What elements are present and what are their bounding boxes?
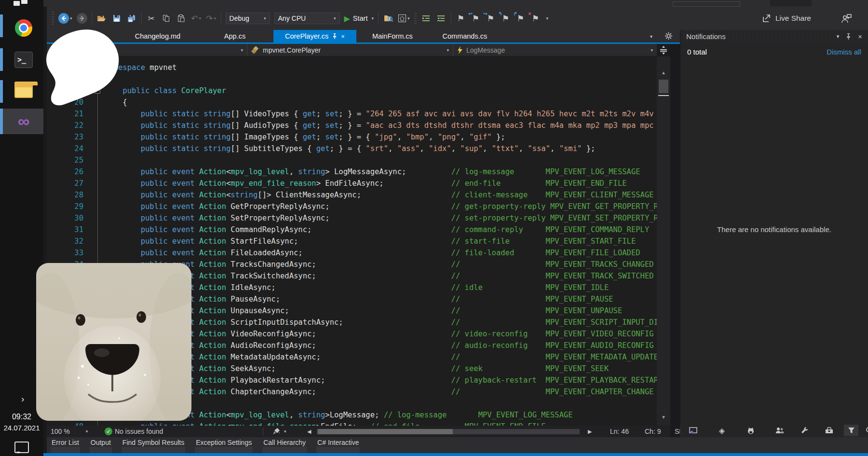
- navigate-back-button[interactable]: ▾: [58, 12, 72, 25]
- cut-button[interactable]: ✂: [146, 12, 157, 25]
- code-line-30[interactable]: 30 public event Action SetPropertyReplyA…: [47, 212, 657, 224]
- increase-indent-button[interactable]: [436, 12, 447, 25]
- solution-platforms-combo[interactable]: Any CPU▾: [274, 13, 340, 24]
- navigate-home-button[interactable]: ▾: [398, 12, 410, 25]
- taskbar-clock: 09:32: [0, 413, 43, 421]
- split-window-handle[interactable]: [657, 44, 670, 56]
- tab-list-dropdown[interactable]: ▾: [650, 34, 652, 39]
- panel-tab-output[interactable]: Output: [90, 437, 112, 453]
- member-dropdown[interactable]: LogMessage▾: [453, 44, 657, 56]
- line-number: 33: [47, 247, 91, 259]
- toolbar-overflow-chevron[interactable]: ▾: [546, 16, 549, 21]
- code-line-20[interactable]: 20 {: [47, 97, 657, 108]
- title-search-box[interactable]: [673, 1, 740, 7]
- editor-horizontal-scrollbar[interactable]: [317, 429, 580, 434]
- open-file-button[interactable]: [96, 12, 107, 25]
- document-health-indicator[interactable]: ✓ No issues found: [105, 426, 163, 437]
- zoom-level-combo[interactable]: 100 %▾: [51, 426, 88, 437]
- code-line-26[interactable]: 26 public event Action<mpv_log_level, st…: [47, 166, 657, 178]
- hscroll-left-arrow[interactable]: ◀: [307, 426, 311, 437]
- start-debugging-button[interactable]: ▶ Start▾: [344, 14, 374, 23]
- line-number: 27: [47, 178, 91, 189]
- document-tab-Commands.cs[interactable]: Commands.cs: [429, 30, 501, 42]
- document-tab-Changelog.md[interactable]: Changelog.md: [119, 30, 196, 42]
- panel-tab-error-list[interactable]: Error List: [51, 437, 80, 453]
- panel-dropdown-icon[interactable]: ▾: [837, 33, 840, 40]
- panel-pin-icon[interactable]: [846, 33, 851, 40]
- people-icon[interactable]: [773, 425, 787, 436]
- wrench-icon[interactable]: [798, 425, 812, 436]
- dismiss-all-link[interactable]: Dismiss all: [827, 48, 861, 56]
- line-number: 30: [47, 212, 91, 224]
- save-all-button[interactable]: [126, 12, 137, 25]
- copy-button[interactable]: [161, 12, 172, 25]
- previous-bookmark-in-folder-button[interactable]: ↰⚑: [501, 12, 511, 25]
- document-tab-MainForm.cs[interactable]: MainForm.cs: [356, 30, 429, 42]
- funnel-icon[interactable]: [844, 425, 858, 436]
- undo-button[interactable]: ↶▾: [191, 12, 202, 25]
- next-bookmark-in-folder-button[interactable]: ↱⚑: [515, 12, 526, 25]
- document-tab-App.cs[interactable]: App.cs: [196, 30, 273, 42]
- panel-close-icon[interactable]: ×: [858, 32, 862, 41]
- horizontal-scroll-thumb[interactable]: [318, 429, 453, 434]
- code-cleanup-button[interactable]: ▾: [272, 426, 286, 437]
- github-octocat-icon[interactable]: [744, 425, 758, 436]
- code-line-32[interactable]: 32 public event Action StartFileAsync; /…: [47, 235, 657, 247]
- code-line-21[interactable]: 21 public static string[] VideoTypes { g…: [47, 108, 657, 120]
- hscroll-right-arrow[interactable]: ▶: [588, 426, 592, 437]
- panel-tab-c-interactive[interactable]: C# Interactive: [316, 437, 360, 453]
- code-line-23[interactable]: 23 public static string[] ImageTypes { g…: [47, 131, 657, 143]
- action-center-icon[interactable]: [14, 442, 29, 453]
- code-line-28[interactable]: 28 public event Action<string[]> ClientM…: [47, 189, 657, 201]
- save-button[interactable]: [111, 12, 122, 25]
- clear-bookmarks-button[interactable]: ×⚑: [530, 12, 541, 25]
- panel-tab-exception-settings[interactable]: Exception Settings: [195, 437, 253, 453]
- tab-close-icon[interactable]: ×: [341, 33, 345, 40]
- search-icon[interactable]: [862, 425, 868, 436]
- copy-icon: [163, 14, 170, 22]
- redo-button[interactable]: ↷▾: [206, 12, 217, 25]
- editor-vertical-scrollbar[interactable]: ▲ ▼: [657, 56, 670, 426]
- taskbar-item-visual-studio[interactable]: ∞: [3, 109, 43, 134]
- tab-pin-icon[interactable]: [332, 33, 337, 40]
- code-line-24[interactable]: 24 public static string[] SubtitleTypes …: [47, 143, 657, 154]
- toolbox-icon[interactable]: [822, 425, 836, 436]
- type-dropdown[interactable]: mpvnet.CorePlayer▾: [247, 44, 453, 56]
- scroll-up-arrow[interactable]: ▲: [657, 70, 670, 75]
- remote-window-icon[interactable]: [686, 425, 700, 436]
- paste-button[interactable]: [176, 12, 187, 25]
- code-line-27[interactable]: 27 public event Action<mpv_end_file_reas…: [47, 178, 657, 189]
- find-in-files-button[interactable]: [383, 12, 393, 25]
- code-line-19[interactable]: 19− public class CorePlayer: [47, 85, 657, 97]
- toggle-bookmark-button[interactable]: ⚑: [456, 12, 466, 25]
- tab-label: MainForm.cs: [372, 32, 413, 40]
- vertical-scroll-thumb[interactable]: [659, 80, 668, 93]
- next-bookmark-button[interactable]: ↪⚑: [486, 12, 496, 25]
- tab-options-button[interactable]: [665, 32, 673, 40]
- code-line-29[interactable]: 29 public event Action GetPropertyReplyA…: [47, 201, 657, 212]
- document-tab-CorePlayer.cs[interactable]: CorePlayer.cs×: [273, 30, 356, 42]
- decrease-indent-button[interactable]: [421, 12, 432, 25]
- navigate-forward-button[interactable]: [77, 12, 87, 25]
- code-line-22[interactable]: 22 public static string[] AudioTypes { g…: [47, 120, 657, 131]
- panel-tab-find-symbol-results[interactable]: Find Symbol Results: [122, 437, 185, 453]
- solution-configurations-combo[interactable]: Debug▾: [226, 13, 270, 24]
- diamond-compare-icon[interactable]: ◈: [715, 425, 729, 436]
- code-line-18[interactable]: 18{: [47, 73, 657, 85]
- standard-toolbar: ▾ ✂ ↶▾ ↷▾ Debug▾ Any CPU▾ ▶ Start▾ ▾: [47, 7, 868, 30]
- toolbar-drag-handle[interactable]: [52, 12, 54, 25]
- code-line-33[interactable]: 33 public event Action FileLoadedAsync; …: [47, 247, 657, 259]
- code-line-48[interactable]: 48 public event Action<mpv_end_file_reas…: [47, 421, 657, 426]
- code-line-17[interactable]: 17−namespace mpvnet: [47, 62, 657, 73]
- notifications-header[interactable]: Notifications ▾ ×: [680, 30, 868, 43]
- scroll-down-arrow[interactable]: ▼: [657, 415, 670, 420]
- previous-bookmark-button[interactable]: ↩⚑: [471, 12, 481, 25]
- panel-tab-body: [90, 447, 112, 453]
- code-line-25[interactable]: 25: [47, 154, 657, 166]
- show-hidden-icons-chevron[interactable]: ›: [21, 394, 24, 404]
- pinned-window-icon[interactable]: [14, 0, 30, 9]
- send-feedback-button[interactable]: [841, 7, 852, 30]
- panel-tab-call-hierarchy[interactable]: Call Hierarchy: [262, 437, 307, 453]
- code-line-31[interactable]: 31 public event Action CommandReplyAsync…: [47, 224, 657, 235]
- live-share-button[interactable]: Live Share: [762, 7, 811, 30]
